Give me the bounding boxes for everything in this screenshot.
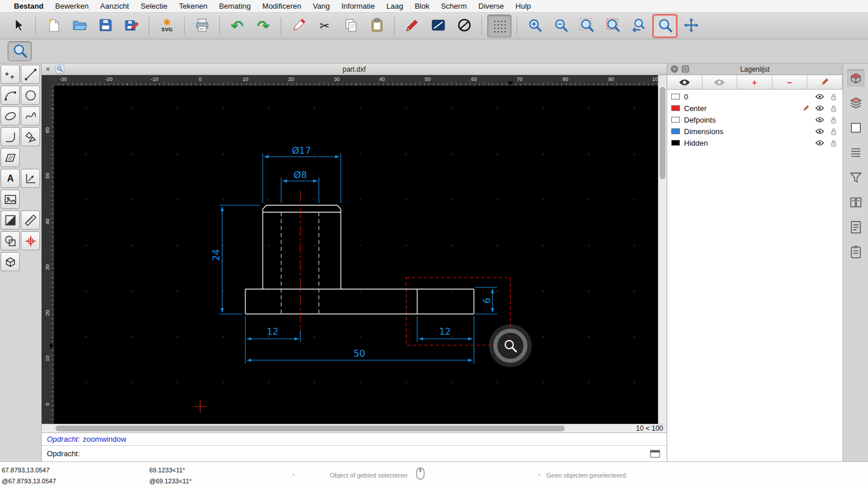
undo-button[interactable]: ↶: [225, 14, 249, 38]
no-fill-button[interactable]: [452, 14, 476, 38]
eraser-button[interactable]: [286, 14, 311, 38]
active-tool-zoom-window-button[interactable]: [8, 41, 32, 61]
menu-aanzicht[interactable]: Aanzicht: [94, 2, 135, 10]
hatch-tool-button[interactable]: [1, 148, 20, 167]
layer-row-dimensions[interactable]: Dimensions: [667, 125, 843, 137]
snap-tool-button[interactable]: [21, 231, 40, 250]
horizontal-scrollbar[interactable]: [54, 424, 600, 432]
layer-visibility-toggle[interactable]: [815, 117, 825, 123]
new-document-button[interactable]: [41, 14, 65, 38]
panel-detach-button[interactable]: ◻: [682, 65, 689, 73]
ellipse-tool-button[interactable]: [1, 106, 20, 125]
arc-tool-button[interactable]: [1, 86, 20, 105]
menu-hulp[interactable]: Hulp: [510, 2, 537, 10]
tool-options-toolbar: [0, 39, 868, 64]
vertical-scrollbar-thumb[interactable]: [660, 87, 665, 179]
layer-lock-toggle[interactable]: [829, 116, 838, 124]
layer-lock-toggle[interactable]: [829, 93, 838, 101]
text-tool-button[interactable]: A: [1, 169, 20, 188]
menu-vang[interactable]: Vang: [307, 2, 336, 10]
horizontal-scrollbar-thumb[interactable]: [56, 426, 565, 431]
view-list-button[interactable]: [847, 144, 865, 161]
report-button[interactable]: [847, 219, 865, 236]
menu-scherm[interactable]: Scherm: [435, 2, 473, 10]
layer-row-defpoints[interactable]: Defpoints: [667, 114, 843, 125]
dimension-tool-button[interactable]: [21, 169, 40, 188]
pan-button[interactable]: [679, 14, 703, 38]
drawing-canvas[interactable]: Ø17 Ø8 24 12 12 50 6: [54, 86, 658, 424]
add-layer-button[interactable]: +: [737, 75, 773, 89]
menu-bemating[interactable]: Bemating: [213, 2, 256, 10]
shape-tool-button[interactable]: [1, 231, 20, 250]
save-as-button[interactable]: [119, 14, 144, 38]
zoom-previous-button[interactable]: [627, 14, 651, 38]
polygon-tool-button[interactable]: [21, 127, 40, 146]
command-input[interactable]: [84, 448, 645, 460]
copy-button[interactable]: [339, 14, 363, 38]
zoom-auto-button[interactable]: [575, 14, 599, 38]
zoom-in-button[interactable]: [523, 14, 547, 38]
layer-color-swatch[interactable]: [671, 105, 680, 111]
layer-color-swatch[interactable]: [671, 128, 680, 134]
cut-button[interactable]: ✂: [312, 14, 337, 38]
layer-color-swatch[interactable]: [671, 117, 680, 123]
hide-all-layers-button[interactable]: [703, 75, 738, 89]
menu-bestand[interactable]: Bestand: [8, 2, 49, 10]
zoom-window-button[interactable]: [653, 14, 677, 38]
layer-row-0[interactable]: 0: [667, 91, 843, 102]
clipboard-panel-button[interactable]: [847, 243, 865, 261]
points-tool-button[interactable]: [1, 65, 20, 84]
pen-button[interactable]: [400, 14, 424, 38]
menu-selectie[interactable]: Selectie: [135, 2, 173, 10]
layer-visibility-toggle[interactable]: [815, 140, 825, 146]
box-3d-tool-button[interactable]: [1, 252, 20, 271]
command-panel-toggle-button[interactable]: [649, 449, 661, 459]
open-file-button[interactable]: [67, 14, 91, 38]
menu-tekenen[interactable]: Tekenen: [173, 2, 213, 10]
layer-lock-toggle[interactable]: [829, 139, 838, 147]
select-tool-button[interactable]: [6, 14, 30, 38]
document-close-icon[interactable]: ×: [46, 65, 56, 73]
solid-fill-tool-button[interactable]: [1, 210, 20, 230]
layer-row-hidden[interactable]: Hidden: [667, 137, 843, 149]
layer-visibility-toggle[interactable]: [815, 128, 825, 134]
print-preview-button[interactable]: [190, 14, 214, 38]
vertical-scrollbar[interactable]: [658, 86, 667, 424]
show-all-layers-button[interactable]: [667, 75, 703, 89]
menu-diverse[interactable]: Diverse: [473, 2, 510, 10]
edit-layer-button[interactable]: [807, 75, 843, 89]
menu-laag[interactable]: Laag: [381, 2, 409, 10]
line-properties-button[interactable]: [426, 14, 450, 38]
redo-button[interactable]: ↷: [251, 14, 275, 38]
layer-row-center[interactable]: Center: [667, 102, 843, 114]
remove-layer-button[interactable]: −: [773, 75, 808, 89]
menu-informatie[interactable]: Informatie: [336, 2, 381, 10]
spline-tool-button[interactable]: [21, 106, 40, 125]
property-editor-button[interactable]: [847, 69, 865, 87]
circle-tool-button[interactable]: [21, 86, 40, 105]
library-browser-button[interactable]: [847, 194, 865, 211]
block-list-button[interactable]: [847, 119, 865, 136]
svg-export-button[interactable]: SVG: [155, 14, 179, 38]
zoom-out-button[interactable]: [549, 14, 573, 38]
panel-close-button[interactable]: ×: [671, 65, 678, 73]
menu-blok[interactable]: Blok: [409, 2, 435, 10]
grid-toggle-button[interactable]: [487, 14, 512, 38]
paste-button[interactable]: [365, 14, 389, 38]
layer-lock-toggle[interactable]: [829, 105, 838, 112]
image-tool-button[interactable]: [1, 190, 20, 209]
polyline-tool-button[interactable]: [1, 127, 20, 146]
selection-filter-button[interactable]: [847, 169, 865, 186]
layer-visibility-toggle[interactable]: [815, 105, 825, 111]
layer-list-button[interactable]: [847, 94, 865, 112]
layer-color-swatch[interactable]: [671, 94, 680, 99]
line-tool-button[interactable]: [21, 65, 40, 84]
zoom-selection-button[interactable]: [601, 14, 625, 38]
measure-tool-button[interactable]: [21, 210, 40, 230]
layer-color-swatch[interactable]: [671, 140, 680, 146]
save-button[interactable]: [93, 14, 117, 38]
layer-visibility-toggle[interactable]: [815, 94, 825, 99]
menu-bewerken[interactable]: Bewerken: [49, 2, 94, 10]
menu-modificeren[interactable]: Modificeren: [256, 2, 307, 10]
layer-lock-toggle[interactable]: [829, 128, 838, 135]
